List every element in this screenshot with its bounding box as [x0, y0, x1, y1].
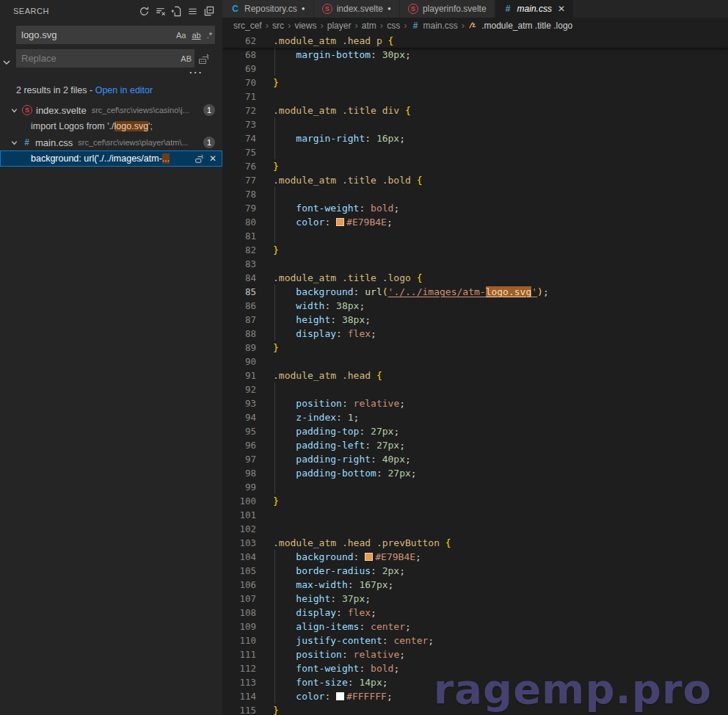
- code-line[interactable]: 81: [222, 229, 728, 243]
- refresh-icon[interactable]: [136, 3, 152, 19]
- code-line[interactable]: 94 z-index: 1;: [222, 410, 728, 424]
- editor-code-area[interactable]: 62.module_atm .head p { 68 margin-bottom…: [222, 34, 728, 715]
- code-line[interactable]: 88 display: flex;: [222, 327, 728, 341]
- whole-word-icon[interactable]: ab: [189, 29, 203, 42]
- code-line[interactable]: 90: [222, 355, 728, 369]
- chevron-down-icon[interactable]: [9, 137, 19, 148]
- code-line[interactable]: 84.module_atm .title .logo {: [222, 271, 728, 285]
- result-file-main-css[interactable]: # main.css src_cef\src\views\player\atm\…: [0, 134, 222, 150]
- code-line[interactable]: 105 border-radius: 2px;: [222, 564, 728, 578]
- code-line[interactable]: 108 display: flex;: [222, 606, 728, 620]
- result-file-index-svelte[interactable]: S index.svelte src_cef\src\views\casino\…: [0, 102, 222, 118]
- clear-search-results-icon[interactable]: [152, 3, 168, 19]
- line-number: 105: [222, 564, 256, 578]
- search-input-box: Aa ab .*: [16, 26, 215, 44]
- code-line[interactable]: 110 justify-content: center;: [222, 634, 728, 647]
- indent-guide: [274, 313, 275, 327]
- code-line[interactable]: 95 padding-top: 27px;: [222, 424, 728, 438]
- color-swatch[interactable]: [365, 553, 373, 561]
- code-line[interactable]: 109 align-items: center;: [222, 620, 728, 634]
- line-number: 79: [222, 201, 256, 215]
- indent-guide: [274, 452, 275, 466]
- code-line[interactable]: 76}: [222, 159, 728, 173]
- open-in-editor-link[interactable]: Open in editor: [95, 85, 153, 95]
- close-icon[interactable]: ✕: [558, 4, 565, 13]
- replace-match-icon[interactable]: [194, 153, 205, 164]
- indent-guide: [274, 327, 275, 341]
- match-highlight: ...: [162, 153, 170, 164]
- search-results-tree: S index.svelte src_cef\src\views\casino\…: [0, 102, 222, 167]
- tab-bar: C Repository.cs ● S index.svelte ● S pla…: [222, 0, 728, 18]
- result-match-import-logos[interactable]: import Logos from './logo.svg';: [0, 118, 222, 134]
- dismiss-match-icon[interactable]: ✕: [209, 154, 216, 163]
- code-line[interactable]: 98 padding-bottom: 27px;: [222, 466, 728, 480]
- code-line[interactable]: 91.module_atm .head {: [222, 369, 728, 382]
- code-line[interactable]: 85 background: url('./../images/atm-logo…: [222, 285, 728, 299]
- match-count-badge: 1: [203, 104, 215, 116]
- code-line[interactable]: 107 height: 37px;: [222, 592, 728, 606]
- modified-dot-icon[interactable]: ●: [387, 6, 391, 12]
- chevron-down-icon[interactable]: [9, 105, 19, 115]
- indent-guide: [274, 62, 275, 76]
- code-line[interactable]: 70}: [222, 76, 728, 90]
- replace-all-icon[interactable]: [194, 49, 214, 68]
- collapse-all-icon[interactable]: [200, 3, 216, 19]
- view-as-list-icon[interactable]: [184, 3, 200, 19]
- code-line[interactable]: 86 width: 38px;: [222, 299, 728, 313]
- code-line[interactable]: 72.module_atm .title div {: [222, 104, 728, 117]
- code-line[interactable]: 106 max-width: 167px;: [222, 578, 728, 592]
- breadcrumb-symbol[interactable]: .module_atm .title .logo: [481, 21, 572, 31]
- code-line[interactable]: 111 position: relative;: [222, 647, 728, 661]
- search-input[interactable]: [16, 29, 173, 40]
- code-line[interactable]: 99: [222, 480, 728, 494]
- chevron-down-icon[interactable]: [1, 54, 12, 70]
- code-line[interactable]: 93 position: relative;: [222, 396, 728, 410]
- code-line[interactable]: 97 padding-right: 40px;: [222, 452, 728, 466]
- regex-icon[interactable]: .*: [204, 29, 215, 42]
- match-row-actions: ✕: [194, 153, 222, 164]
- code-line[interactable]: 80 color: #E79B4E;: [222, 215, 728, 229]
- code-line[interactable]: 102: [222, 522, 728, 536]
- code-line[interactable]: 75: [222, 145, 728, 159]
- code-line[interactable]: 83: [222, 257, 728, 271]
- line-number: 92: [222, 382, 256, 396]
- preserve-case-icon[interactable]: AB: [178, 52, 194, 65]
- watermark: ragemp.pro: [434, 682, 712, 696]
- color-swatch[interactable]: [336, 692, 344, 700]
- line-number: 85: [222, 285, 256, 299]
- sticky-scroll-line[interactable]: 62.module_atm .head p {: [222, 34, 728, 48]
- code-line[interactable]: 77.module_atm .title .bold {: [222, 173, 728, 187]
- code-line[interactable]: 100}: [222, 494, 728, 508]
- line-number: 86: [222, 299, 256, 313]
- code-line[interactable]: 73: [222, 117, 728, 131]
- code-line[interactable]: 68 margin-bottom: 30px;: [222, 48, 728, 62]
- code-line[interactable]: 103.module_atm .head .prevButton {: [222, 536, 728, 550]
- code-line[interactable]: 87 height: 38px;: [222, 313, 728, 327]
- code-line[interactable]: 82}: [222, 243, 728, 257]
- code-line[interactable]: 71: [222, 90, 728, 104]
- replace-row: AB: [16, 49, 214, 68]
- modified-dot-icon[interactable]: ●: [302, 6, 305, 12]
- more-actions-icon[interactable]: ···: [189, 69, 203, 79]
- match-case-icon[interactable]: Aa: [173, 29, 189, 42]
- code-line[interactable]: 96 padding-left: 27px;: [222, 438, 728, 452]
- open-new-search-editor-icon[interactable]: [168, 3, 184, 19]
- code-line[interactable]: 89}: [222, 341, 728, 355]
- code-line[interactable]: 104 background: #E79B4E;: [222, 550, 728, 564]
- code-line[interactable]: 62.module_atm .head p {: [222, 34, 728, 48]
- code-line[interactable]: 74 margin-right: 16px;: [222, 131, 728, 145]
- code-line[interactable]: 92: [222, 382, 728, 396]
- code-line[interactable]: 69: [222, 62, 728, 76]
- code-line[interactable]: 101: [222, 508, 728, 522]
- indent-guide: [274, 131, 275, 145]
- result-match-background-url[interactable]: background: url('./../images/atm-... ✕: [0, 150, 222, 167]
- code-line[interactable]: 78: [222, 187, 728, 201]
- tab-index-svelte[interactable]: S index.svelte ●: [314, 0, 399, 18]
- tab-playerinfo-svelte[interactable]: S playerinfo.svelte: [400, 0, 495, 18]
- replace-input[interactable]: [16, 53, 178, 64]
- tab-repository-cs[interactable]: C Repository.cs ●: [222, 0, 313, 18]
- color-swatch[interactable]: [336, 218, 344, 226]
- indent-guide: [274, 550, 275, 564]
- tab-main-css[interactable]: # main.css ✕: [495, 0, 573, 18]
- code-line[interactable]: 79 font-weight: bold;: [222, 201, 728, 215]
